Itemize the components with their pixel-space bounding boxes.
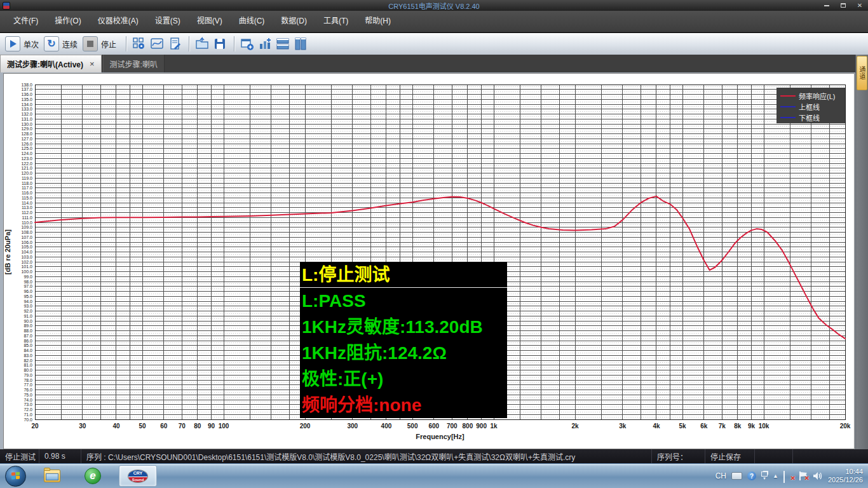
new-window-button[interactable] [239,36,255,52]
status-serial-label: 序列号： [652,449,705,463]
open-file-button[interactable] [194,36,210,52]
svg-text:99.0: 99.0 [24,274,32,279]
menu-help[interactable]: 帮助(H) [356,11,399,32]
menu-operation[interactable]: 操作(O) [46,11,89,32]
svg-text:300: 300 [347,423,358,430]
help-icon[interactable]: ? [747,471,756,480]
svg-text:600: 600 [428,423,439,430]
stop-icon [87,41,93,47]
run-single-button[interactable] [5,36,20,51]
svg-text:80: 80 [194,423,201,430]
svg-text:136.0: 136.0 [21,92,32,97]
svg-text:5k: 5k [679,423,687,430]
svg-text:108.0: 108.0 [21,230,32,234]
svg-text:104.0: 104.0 [21,250,32,254]
svg-text:97.0: 97.0 [24,284,32,288]
svg-text:87.0: 87.0 [24,334,32,338]
result-impedance-line: 1KHz阻抗:124.2Ω [300,340,507,366]
svg-text:120.0: 120.0 [21,171,32,175]
keyboard-icon[interactable] [731,472,742,480]
svg-text:129.0: 129.0 [21,126,32,131]
svg-text:800: 800 [463,423,473,430]
svg-text:90: 90 [208,423,215,430]
svg-text:73.0: 73.0 [24,402,32,407]
menu-data[interactable]: 数据(D) [273,11,315,32]
stop-button[interactable] [83,36,98,51]
tray-restore-icon[interactable]: ▼ [761,471,768,480]
channel-side-tab-label: 通道 [857,66,867,80]
report-button[interactable] [166,36,183,52]
svg-text:74.0: 74.0 [24,398,32,402]
svg-text:123.0: 123.0 [21,156,32,161]
action-center-flag-icon[interactable]: ✕ [799,471,808,480]
svg-text:7k: 7k [719,423,726,430]
new-window-icon [240,37,254,51]
svg-text:20: 20 [31,423,39,430]
svg-text:105.0: 105.0 [21,245,32,249]
menu-tools[interactable]: 工具(T) [315,11,356,32]
menu-calibration[interactable]: 仪器校准(A) [90,11,147,32]
svg-text:131.0: 131.0 [21,117,32,121]
taskbar-clock[interactable]: 10:44 2025/12/26 [828,468,863,484]
svg-text:92.0: 92.0 [24,309,32,313]
svg-text:100.0: 100.0 [21,269,32,274]
curve-settings-button[interactable] [149,36,165,52]
svg-text:77.0: 77.0 [24,383,32,387]
taskbar-explorer-button[interactable] [37,465,67,487]
browser-icon: e [85,468,101,484]
svg-text:110.0: 110.0 [22,220,32,225]
status-save-state: 停止保存 [705,449,755,463]
legend-item: 下框线 [780,112,845,123]
chart-workspace: 70.071.072.073.074.075.076.077.078.079.0… [0,72,868,449]
taskbar-cry-app-button[interactable]: CRY Sound [119,465,157,487]
svg-text:86.0: 86.0 [24,339,32,343]
menu-file[interactable]: 文件(F) [5,11,46,32]
clock-time: 10:44 [828,468,863,476]
start-button[interactable] [5,466,26,487]
svg-text:125.0: 125.0 [21,146,32,151]
legend-item: 上框线 [780,101,845,112]
speaker-icon [813,471,823,480]
tab-close-icon[interactable]: × [90,59,95,69]
svg-text:79.0: 79.0 [24,373,32,377]
status-elapsed-time: 0.98 s [39,449,81,463]
svg-text:50: 50 [139,423,147,430]
run-continuous-button[interactable]: ↻ [44,36,59,51]
toolbar-separator [126,36,126,51]
save-button[interactable] [212,36,228,52]
menu-view[interactable]: 视图(V) [189,11,231,32]
taskbar-browser-button[interactable]: e [78,465,107,487]
legend-label: 下框线 [799,112,820,123]
svg-text:118.0: 118.0 [22,181,32,186]
svg-text:4k: 4k [653,423,660,430]
legend-label: 上框线 [799,102,820,112]
test-step-settings-button[interactable] [131,36,147,52]
tab-test-step-speaker-active[interactable]: 测试步骤:喇叭(Active) × [0,55,102,72]
tab-test-step-speaker[interactable]: 测试步骤:喇叭 [103,55,165,72]
volume-icon[interactable] [813,471,823,480]
tile-horizontal-button[interactable] [275,36,291,52]
svg-text:138.0: 138.0 [21,83,32,87]
svg-text:700: 700 [447,423,458,430]
svg-text:98.0: 98.0 [24,280,32,284]
svg-text:126.0: 126.0 [21,142,32,146]
svg-text:91.0: 91.0 [24,314,32,318]
svg-text:76.0: 76.0 [24,388,32,392]
menu-settings[interactable]: 设置(S) [147,11,189,32]
status-empty-segment [755,449,793,463]
svg-text:20k: 20k [840,423,851,430]
svg-text:70.0: 70.0 [24,417,32,422]
new-chart-button[interactable] [257,36,273,52]
svg-text:[dB re 20uPa]: [dB re 20uPa] [4,229,11,274]
svg-text:88.0: 88.0 [24,329,32,333]
language-indicator[interactable]: CH [715,471,726,480]
loop-icon: ↻ [47,39,55,49]
toolbar: 单次 ↻ 连续 停止 [0,33,868,55]
menu-curve[interactable]: 曲线(C) [231,11,273,32]
show-hidden-icons-arrow[interactable]: ▲ [773,473,778,479]
svg-text:200: 200 [300,423,311,430]
channel-side-tab[interactable]: 通道 [857,56,867,90]
svg-text:75.0: 75.0 [24,393,32,397]
tile-vertical-button[interactable] [292,36,309,52]
network-disconnected-icon[interactable]: ✕ [783,471,794,480]
